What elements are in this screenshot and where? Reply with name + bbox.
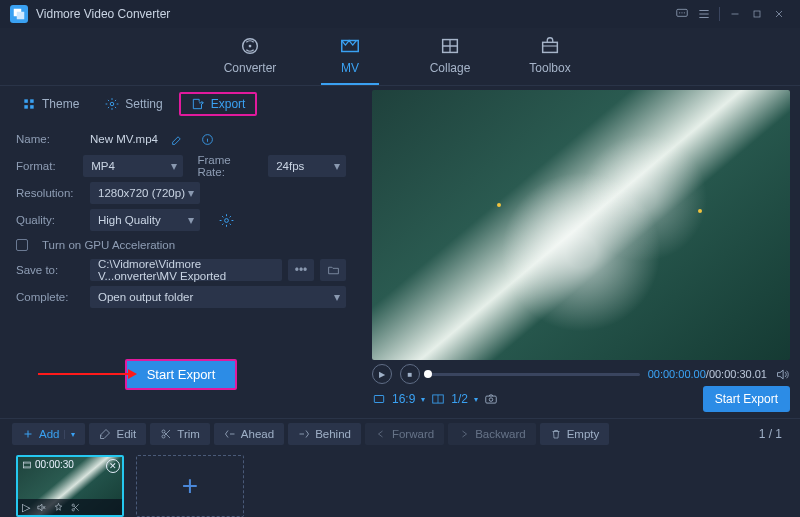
quality-value: High Quality xyxy=(98,214,161,226)
edit-button[interactable]: Edit xyxy=(89,423,146,445)
resolution-select[interactable]: 1280x720 (720p) ▾ xyxy=(90,182,200,204)
timeline: 00:00:30 ✕ ▷ + xyxy=(0,449,800,513)
clip-effect-icon[interactable] xyxy=(53,502,64,513)
tab-converter[interactable]: Converter xyxy=(215,35,285,79)
clip-mute-icon[interactable] xyxy=(36,502,47,513)
svg-point-14 xyxy=(111,102,115,106)
forward-button: Forward xyxy=(365,423,444,445)
preview-page-select[interactable]: 1/2 ▾ xyxy=(431,392,478,406)
tab-label: Toolbox xyxy=(529,61,570,75)
tab-toolbox[interactable]: Toolbox xyxy=(515,35,585,79)
browse-button[interactable]: ••• xyxy=(288,259,314,281)
quality-label: Quality: xyxy=(16,214,82,226)
open-folder-button[interactable] xyxy=(320,259,346,281)
gpu-label: Turn on GPU Acceleration xyxy=(42,239,175,251)
btn-label: Empty xyxy=(567,428,600,440)
edit-name-icon[interactable] xyxy=(168,129,188,149)
svg-rect-10 xyxy=(24,99,28,103)
subtab-theme[interactable]: Theme xyxy=(12,92,89,116)
name-value: New MV.mp4 xyxy=(90,133,158,145)
stop-button[interactable]: ■ xyxy=(400,364,420,384)
clip-play-icon[interactable]: ▷ xyxy=(22,501,30,514)
preview-page-value: 1/2 xyxy=(451,392,468,406)
feedback-icon[interactable] xyxy=(671,3,693,25)
subtabs: Theme Setting Export xyxy=(0,86,362,122)
tab-label: Converter xyxy=(224,61,277,75)
tab-label: MV xyxy=(341,61,359,75)
clip-actions: ▷ xyxy=(18,499,122,515)
btn-label: Forward xyxy=(392,428,434,440)
volume-icon[interactable] xyxy=(775,367,790,382)
subtab-export[interactable]: Export xyxy=(179,92,258,116)
quality-select[interactable]: High Quality ▾ xyxy=(90,209,200,231)
total-time: 00:00:30.01 xyxy=(709,368,767,380)
svg-rect-13 xyxy=(30,105,34,109)
current-time: 00:00:00.00 xyxy=(648,368,706,380)
aspect-ratio-select[interactable]: 16:9 ▾ xyxy=(372,392,425,406)
svg-point-3 xyxy=(684,12,685,13)
subtab-label: Export xyxy=(211,97,246,111)
resolution-value: 1280x720 (720p) xyxy=(98,187,185,199)
start-export-button-right[interactable]: Start Export xyxy=(703,386,790,412)
main-area: Theme Setting Export Name: New MV.mp4 xyxy=(0,86,800,419)
minimize-button[interactable] xyxy=(724,3,746,25)
timecode: 00:00:00.00/00:00:30.01 xyxy=(648,368,767,380)
start-export-area: Start Export xyxy=(16,354,346,394)
aspect-value: 16:9 xyxy=(392,392,415,406)
tab-collage[interactable]: Collage xyxy=(415,35,485,79)
svg-rect-23 xyxy=(24,462,31,468)
svg-point-16 xyxy=(224,218,228,222)
ahead-button[interactable]: Ahead xyxy=(214,423,284,445)
saveto-label: Save to: xyxy=(16,264,82,276)
pagination: 1 / 1 xyxy=(759,427,788,441)
maximize-button[interactable] xyxy=(746,3,768,25)
video-preview[interactable] xyxy=(372,90,790,360)
remove-clip-button[interactable]: ✕ xyxy=(106,459,120,473)
name-label: Name: xyxy=(16,133,82,145)
marker-icon xyxy=(497,203,501,207)
svg-rect-4 xyxy=(754,11,760,17)
btn-label: Backward xyxy=(475,428,526,440)
preview-options: 16:9 ▾ 1/2 ▾ Start Export xyxy=(372,384,790,412)
clip-trim-icon[interactable] xyxy=(70,502,81,513)
format-select[interactable]: MP4 ▾ xyxy=(83,155,183,177)
app-title: Vidmore Video Converter xyxy=(36,7,170,21)
subtab-setting[interactable]: Setting xyxy=(95,92,172,116)
add-clip-button[interactable]: + xyxy=(136,455,244,517)
annotation-arrow-icon xyxy=(38,373,134,375)
svg-rect-17 xyxy=(374,396,383,403)
empty-button[interactable]: Empty xyxy=(540,423,610,445)
info-icon[interactable] xyxy=(198,129,218,149)
close-button[interactable] xyxy=(768,3,790,25)
subtab-label: Theme xyxy=(42,97,79,111)
menu-icon[interactable] xyxy=(693,3,715,25)
btn-label: Behind xyxy=(315,428,351,440)
tab-label: Collage xyxy=(430,61,471,75)
tab-mv[interactable]: MV xyxy=(315,35,385,79)
framerate-value: 24fps xyxy=(276,160,304,172)
complete-select[interactable]: Open output folder ▾ xyxy=(90,286,346,308)
app-logo-icon xyxy=(10,5,28,23)
preview-pane: ▶ ■ 00:00:00.00/00:00:30.01 16:9 ▾ 1/2 ▾ xyxy=(362,86,800,418)
playback-controls: ▶ ■ 00:00:00.00/00:00:30.01 xyxy=(372,360,790,384)
subtab-label: Setting xyxy=(125,97,162,111)
export-form: Name: New MV.mp4 Format: MP4 ▾ Fra xyxy=(0,122,362,398)
btn-label: Trim xyxy=(177,428,200,440)
svg-rect-19 xyxy=(486,396,497,403)
btn-label: Edit xyxy=(116,428,136,440)
add-button[interactable]: Add ▾ xyxy=(12,423,85,445)
svg-point-25 xyxy=(72,504,74,506)
framerate-select[interactable]: 24fps ▾ xyxy=(268,155,346,177)
trim-button[interactable]: Trim xyxy=(150,423,210,445)
gpu-checkbox[interactable] xyxy=(16,239,28,251)
clip-thumb[interactable]: 00:00:30 ✕ ▷ xyxy=(16,455,124,517)
start-export-button[interactable]: Start Export xyxy=(125,359,238,390)
play-button[interactable]: ▶ xyxy=(372,364,392,384)
snapshot-button[interactable] xyxy=(484,392,498,406)
behind-button[interactable]: Behind xyxy=(288,423,361,445)
main-tabs: Converter MV Collage Toolbox xyxy=(0,28,800,86)
saveto-path[interactable]: C:\Vidmore\Vidmore V...onverter\MV Expor… xyxy=(90,259,282,281)
progress-slider[interactable] xyxy=(428,373,640,376)
quality-settings-icon[interactable] xyxy=(216,210,236,230)
title-bar: Vidmore Video Converter xyxy=(0,0,800,28)
